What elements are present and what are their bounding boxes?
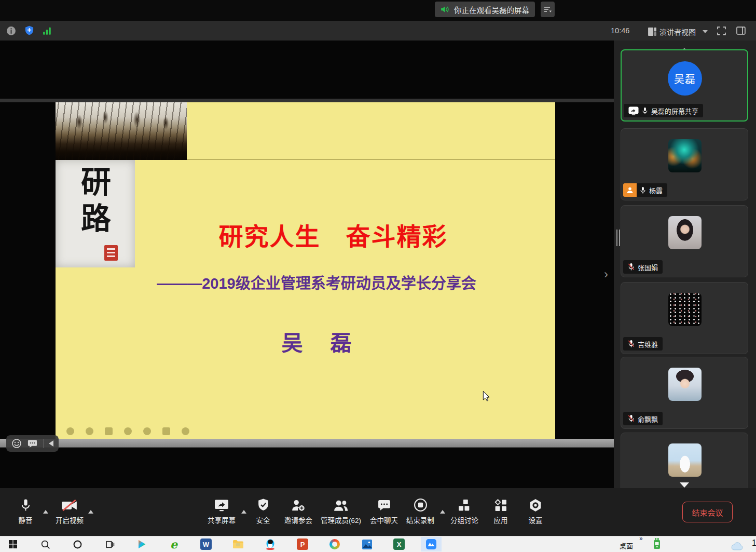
stop-record-icon [414, 498, 428, 512]
participant-name: 吉维雅 [638, 339, 658, 349]
task-view-icon [105, 540, 115, 549]
usb-device-tray[interactable] [651, 537, 663, 550]
tray-expand-chevrons[interactable]: » [639, 535, 643, 542]
invite-person-icon [291, 499, 306, 512]
tencent-video-app[interactable] [135, 538, 148, 550]
participant-tile[interactable]: 张国娟 [621, 205, 748, 277]
fullscreen-icon [717, 26, 726, 36]
slide-presenter-name: 吴 磊 [133, 326, 503, 357]
scroll-down-arrow-icon[interactable] [680, 482, 689, 488]
watching-banner[interactable]: 你正在观看吴磊的屏幕 [435, 2, 535, 17]
excel-app[interactable]: X [393, 538, 405, 550]
meeting-app[interactable] [425, 538, 437, 550]
participant-name: 张国娟 [638, 262, 658, 272]
taskbar-search-button[interactable] [39, 538, 51, 550]
camera-off-icon [61, 499, 78, 512]
participant-tile-screen-share[interactable]: 吴磊 吴磊的屏幕共享 [621, 49, 748, 122]
security-shield-icon [257, 498, 270, 512]
mic-on-icon [640, 186, 646, 194]
side-panel-icon [736, 26, 746, 35]
browser-360-app[interactable] [328, 538, 341, 550]
participants-sidebar: 吴磊 吴磊的屏幕共享 [614, 41, 756, 488]
photos-icon [362, 539, 373, 550]
banner-menu-button[interactable] [541, 2, 555, 17]
participant-tile[interactable]: 杨霞 [621, 128, 748, 200]
participant-name-tag: 俞飘飘 [623, 412, 663, 425]
view-mode-label[interactable]: 演讲者视图 [659, 26, 696, 37]
cortana-icon [73, 540, 83, 549]
meeting-timer: 10:46 [611, 26, 629, 35]
powerpoint-app[interactable]: P [296, 538, 309, 550]
word-app[interactable]: W [200, 538, 212, 550]
speaker-view-icon [648, 27, 657, 36]
meeting-info-button[interactable] [5, 25, 17, 36]
collapse-toolbar-icon[interactable] [49, 440, 53, 447]
sidebar-resize-handle[interactable] [616, 230, 622, 246]
photos-app[interactable] [361, 538, 373, 550]
participant-name: 俞飘飘 [638, 414, 658, 424]
video-options-caret[interactable] [88, 510, 93, 514]
participant-name-tag: 吉维雅 [623, 337, 663, 351]
view-mode-caret-icon[interactable] [703, 30, 708, 33]
network-quality-button[interactable] [42, 25, 53, 36]
cloud-icon [730, 541, 745, 550]
file-explorer-app[interactable] [232, 538, 244, 550]
avatar: 吴磊 [668, 61, 702, 96]
chat-bubble-icon [377, 499, 391, 512]
mic-on-icon [642, 107, 648, 115]
info-icon [6, 26, 16, 36]
avatar [668, 443, 702, 477]
calligraphy-panel: 研路 [56, 160, 135, 267]
shared-window-top-edge [0, 99, 614, 102]
participant-tile[interactable]: 俞飘飘 [621, 357, 748, 429]
powerpoint-icon: P [297, 538, 308, 550]
security-shield-button[interactable] [23, 25, 35, 36]
qq-app[interactable] [264, 538, 277, 550]
end-meeting-button[interactable]: 结束会议 [682, 502, 733, 522]
side-panel-toggle-button[interactable] [735, 25, 747, 36]
slide-title: 研究人生 奋斗精彩 [133, 217, 533, 252]
avatar [668, 293, 702, 326]
apps-grid-icon [494, 499, 507, 512]
desktop-toolbar-label[interactable]: 桌面 [620, 541, 633, 550]
windows-start-button[interactable] [7, 538, 19, 550]
breakout-blocks-icon [458, 499, 471, 512]
participant-tile-partial[interactable] [621, 433, 748, 488]
folder-icon [232, 540, 244, 549]
weather-cloud-tray[interactable] [730, 540, 745, 552]
excel-icon: X [393, 538, 405, 550]
avatar [668, 216, 702, 249]
signal-bars-icon [43, 26, 52, 35]
mic-muted-icon [628, 414, 635, 423]
emoji-reaction-icon[interactable] [11, 438, 22, 449]
watching-text: 你正在观看吴磊的屏幕 [454, 4, 529, 15]
participant-tile[interactable]: 吉维雅 [621, 282, 748, 354]
cortana-button[interactable] [71, 538, 84, 550]
red-seal [104, 245, 118, 261]
participant-name: 吴磊的屏幕共享 [651, 106, 698, 116]
wheat-photo [56, 102, 187, 160]
top-strip: 你正在观看吴磊的屏幕 [0, 0, 756, 21]
meeting-window: 你正在观看吴磊的屏幕 10:46 [0, 0, 756, 552]
calligraphy-text: 研路 [78, 166, 108, 239]
tencent-video-icon [136, 539, 147, 549]
caption-chat-icon[interactable] [27, 439, 38, 449]
shared-window-scrollbar[interactable] [0, 439, 614, 448]
members-icon [333, 499, 349, 512]
participant-name-tag: 杨霞 [623, 183, 667, 197]
screen-share-badge-icon [628, 106, 639, 115]
share-screen-icon [214, 499, 229, 512]
search-icon [40, 540, 50, 549]
browser-e-icon: e [170, 538, 177, 550]
browser-app[interactable]: e [168, 538, 180, 550]
view-layout-button[interactable] [647, 26, 658, 37]
settings-button[interactable]: 设置 [507, 496, 564, 525]
task-view-button[interactable] [103, 538, 116, 550]
participant-name-tag: 吴磊的屏幕共享 [624, 104, 703, 117]
mic-muted-icon [628, 263, 635, 271]
slide-subtitle: ———2019级企业管理系考研动员及学长分享会 [76, 271, 557, 293]
usb-drive-icon [652, 537, 662, 550]
mic-muted-icon [628, 340, 635, 348]
fullscreen-button[interactable] [716, 25, 727, 36]
expand-panel-chevron[interactable]: › [604, 268, 608, 280]
